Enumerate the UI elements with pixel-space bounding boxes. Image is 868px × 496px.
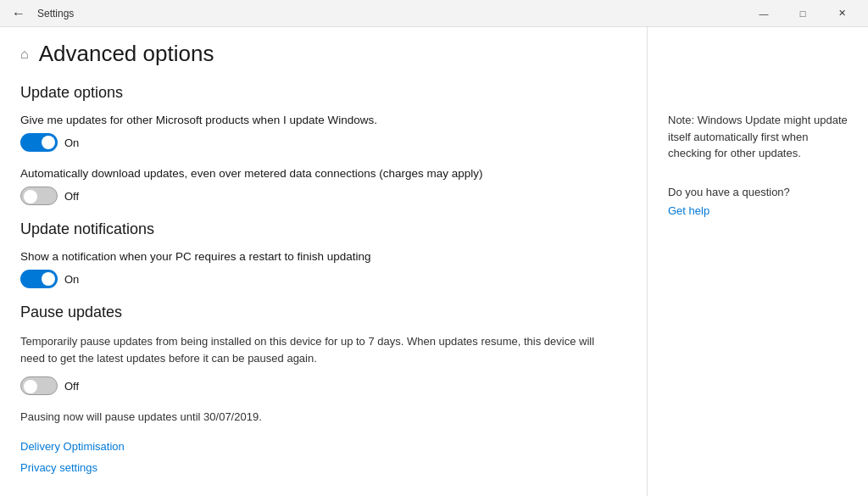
pause-updates-title: Pause updates xyxy=(20,304,626,321)
toggle-row-pause: Off xyxy=(20,376,626,395)
setting-other-products: Give me updates for other Microsoft prod… xyxy=(20,114,626,152)
toggle-thumb-1 xyxy=(42,136,55,149)
links-section: Delivery Optimisation Privacy settings xyxy=(20,440,626,474)
delivery-optimisation-link[interactable]: Delivery Optimisation xyxy=(20,440,626,453)
right-question: Do you have a question? xyxy=(668,186,851,198)
privacy-settings-link[interactable]: Privacy settings xyxy=(20,461,626,474)
minimize-button[interactable]: — xyxy=(744,0,783,27)
content-area: ⌂ Advanced options Update options Give m… xyxy=(0,27,868,496)
toggle-label-2: Off xyxy=(64,190,79,203)
get-help-link[interactable]: Get help xyxy=(668,204,709,217)
setting-restart-notification: Show a notification when your PC require… xyxy=(20,250,626,288)
toggle-other-products[interactable] xyxy=(20,133,58,152)
title-bar-controls: — □ ✕ xyxy=(744,0,861,27)
app-body: ⌂ Advanced options Update options Give m… xyxy=(0,27,868,496)
update-options-section: Update options Give me updates for other… xyxy=(20,84,626,205)
page-title: Advanced options xyxy=(39,41,214,67)
maximize-button[interactable]: □ xyxy=(783,0,822,27)
toggle-row-3: On xyxy=(20,270,626,288)
toggle-label-3: On xyxy=(64,273,79,286)
pause-updates-section: Pause updates Temporarily pause updates … xyxy=(20,304,626,423)
back-button[interactable]: ← xyxy=(7,6,31,21)
toggle-pause[interactable] xyxy=(20,376,58,395)
pause-description: Temporarily pause updates from being ins… xyxy=(20,333,597,366)
setting-other-products-label: Give me updates for other Microsoft prod… xyxy=(20,114,626,126)
update-options-title: Update options xyxy=(20,84,626,102)
toggle-metered[interactable] xyxy=(20,187,58,205)
toggle-track-pause[interactable] xyxy=(20,376,58,395)
toggle-thumb-3 xyxy=(42,272,55,286)
page-header: ⌂ Advanced options xyxy=(20,27,626,84)
title-bar-left: ← Settings xyxy=(7,6,74,21)
right-panel: Note: Windows Update might update itself… xyxy=(648,27,868,496)
toggle-row-2: Off xyxy=(20,187,626,205)
toggle-thumb-2 xyxy=(24,190,37,203)
update-notifications-section: Update notifications Show a notification… xyxy=(20,220,626,288)
toggle-label-pause: Off xyxy=(64,380,79,393)
update-notifications-title: Update notifications xyxy=(20,220,626,238)
close-button[interactable]: ✕ xyxy=(822,0,861,27)
app-title: Settings xyxy=(37,8,74,20)
home-icon[interactable]: ⌂ xyxy=(20,47,29,62)
title-bar: ← Settings — □ ✕ xyxy=(0,0,868,27)
toggle-track-3[interactable] xyxy=(20,270,58,288)
main-panel: ⌂ Advanced options Update options Give m… xyxy=(0,27,648,496)
pause-note: Pausing now will pause updates until 30/… xyxy=(20,410,626,423)
toggle-row-1: On xyxy=(20,133,626,152)
toggle-label-1: On xyxy=(64,137,79,149)
toggle-track-1[interactable] xyxy=(20,133,58,152)
toggle-track-2[interactable] xyxy=(20,187,58,205)
toggle-thumb-pause xyxy=(24,380,37,393)
right-note: Note: Windows Update might update itself… xyxy=(668,112,851,162)
toggle-restart[interactable] xyxy=(20,270,58,288)
setting-metered-label: Automatically download updates, even ove… xyxy=(20,167,626,180)
setting-restart-label: Show a notification when your PC require… xyxy=(20,250,626,263)
setting-metered: Automatically download updates, even ove… xyxy=(20,167,626,205)
